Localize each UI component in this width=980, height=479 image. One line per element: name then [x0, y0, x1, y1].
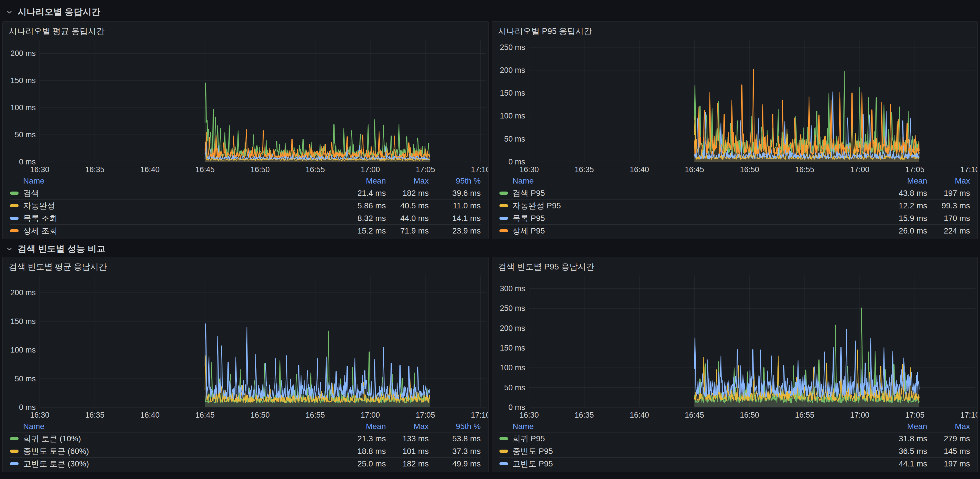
legend-row[interactable]: 검색 21.4 ms 182 ms 39.6 ms — [10, 187, 481, 200]
time-series-chart[interactable]: 0 ms50 ms100 ms150 ms200 ms250 ms16:3016… — [492, 36, 978, 175]
legend-row[interactable]: 검색 P95 43.8 ms 197 ms — [500, 187, 970, 200]
chart-canvas[interactable]: 0 ms50 ms100 ms150 ms200 ms16:3016:3516:… — [3, 36, 488, 175]
section-header-frequency-comparison[interactable]: 검색 빈도별 성능 비교 — [0, 239, 980, 257]
series-color-swatch[interactable] — [10, 229, 19, 232]
legend-col-95th[interactable]: 95th % — [429, 422, 481, 431]
x-axis-label: 17:05 — [905, 411, 924, 419]
series-name[interactable]: 중빈도 P95 — [512, 446, 553, 457]
series-color-swatch[interactable] — [500, 192, 508, 195]
legend-col-name[interactable]: Name — [500, 176, 885, 186]
legend-col-max[interactable]: Max — [386, 176, 429, 186]
series-max-value: 182 ms — [386, 189, 429, 198]
panel-title[interactable]: 시나리오별 평균 응답시간 — [3, 22, 488, 36]
panel-title[interactable]: 시나리오별 P95 응답시간 — [492, 22, 978, 36]
series-max-value: 40.5 ms — [386, 201, 429, 210]
x-axis-label: 16:45 — [196, 165, 215, 174]
series-color-swatch[interactable] — [500, 450, 508, 453]
series-color-swatch[interactable] — [500, 204, 508, 207]
time-series-chart[interactable]: 0 ms50 ms100 ms150 ms200 ms16:3016:3516:… — [3, 272, 488, 420]
x-axis-label: 16:35 — [574, 411, 594, 419]
y-axis-label: 150 ms — [500, 344, 525, 352]
series-95th-value: 39.6 ms — [429, 189, 481, 198]
series-color-swatch[interactable] — [500, 462, 508, 465]
series-mean-value: 43.8 ms — [884, 189, 927, 198]
legend-row[interactable]: 고빈도 P95 44.1 ms 197 ms — [500, 458, 970, 470]
legend-row[interactable]: 중빈도 토큰 (60%) 18.8 ms 101 ms 37.3 ms — [10, 445, 481, 458]
panel-title[interactable]: 검색 빈도별 P95 응답시간 — [492, 257, 978, 272]
legend-row[interactable]: 고빈도 토큰 (30%) 25.0 ms 182 ms 49.9 ms — [10, 458, 481, 470]
series-max-value: 182 ms — [386, 459, 429, 468]
x-axis-label: 16:55 — [795, 411, 814, 419]
x-axis-label: 17:00 — [361, 165, 380, 174]
legend-col-max[interactable]: Max — [386, 422, 429, 431]
section-header-scenario-response-time[interactable]: 시나리오별 응답시간 — [0, 0, 980, 21]
x-axis-label: 17:10 — [960, 165, 977, 174]
series-name[interactable]: 고빈도 P95 — [512, 458, 553, 469]
series-color-swatch[interactable] — [500, 437, 508, 440]
series-color-swatch[interactable] — [10, 450, 19, 453]
series-color-swatch[interactable] — [10, 204, 19, 207]
series-color-swatch[interactable] — [500, 229, 508, 232]
series-name[interactable]: 고빈도 토큰 (30%) — [23, 458, 89, 469]
series-max-value: 101 ms — [386, 447, 429, 456]
legend-col-mean[interactable]: Mean — [343, 422, 386, 431]
time-series-chart[interactable]: 0 ms50 ms100 ms150 ms200 ms16:3016:3516:… — [3, 36, 488, 175]
legend-row[interactable]: 목록 P95 15.9 ms 170 ms — [500, 212, 970, 225]
series-name[interactable]: 목록 조회 — [23, 213, 57, 224]
series-mean-value: 31.8 ms — [884, 434, 927, 443]
legend-col-mean[interactable]: Mean — [884, 422, 927, 431]
series-color-swatch[interactable] — [10, 437, 19, 440]
x-axis-label: 16:40 — [629, 411, 649, 419]
panels-row-1: 시나리오별 평균 응답시간 0 ms50 ms100 ms150 ms200 m… — [2, 21, 978, 239]
series-name[interactable]: 희귀 토큰 (10%) — [23, 433, 81, 444]
legend-row[interactable]: 상세 조회 15.2 ms 71.9 ms 23.9 ms — [10, 225, 481, 237]
legend-header: Name Mean Max 95th % — [10, 420, 481, 433]
legend-row[interactable]: 상세 P95 26.0 ms 224 ms — [500, 225, 970, 237]
series-max-value: 224 ms — [927, 226, 970, 235]
y-axis-label: 250 ms — [500, 43, 525, 52]
legend-col-name[interactable]: Name — [500, 422, 885, 431]
legend-row[interactable]: 자동완성 5.86 ms 40.5 ms 11.0 ms — [10, 200, 481, 212]
series-color-swatch[interactable] — [500, 217, 508, 220]
x-axis-label: 16:30 — [30, 411, 49, 419]
chart-canvas[interactable]: 0 ms50 ms100 ms150 ms200 ms250 ms16:3016… — [492, 36, 978, 175]
chevron-down-icon — [6, 245, 13, 253]
x-axis-label: 17:05 — [416, 165, 435, 174]
series-name[interactable]: 상세 P95 — [512, 225, 545, 236]
chart-canvas[interactable]: 0 ms50 ms100 ms150 ms200 ms16:3016:3516:… — [3, 272, 488, 420]
legend-col-95th[interactable]: 95th % — [429, 176, 481, 186]
time-series-chart[interactable]: 0 ms50 ms100 ms150 ms200 ms250 ms300 ms1… — [492, 272, 978, 420]
panel-title[interactable]: 검색 빈도별 평균 응답시간 — [3, 257, 488, 272]
legend-col-max[interactable]: Max — [927, 422, 970, 431]
legend-col-name[interactable]: Name — [10, 176, 343, 186]
series-name[interactable]: 자동완성 — [23, 200, 55, 211]
series-name[interactable]: 희귀 P95 — [512, 433, 545, 444]
x-axis-label: 17:00 — [850, 165, 869, 174]
legend-row[interactable]: 희귀 토큰 (10%) 21.3 ms 133 ms 53.8 ms — [10, 433, 481, 445]
series-mean-value: 8.32 ms — [343, 214, 386, 223]
series-name[interactable]: 중빈도 토큰 (60%) — [23, 446, 89, 457]
x-axis-label: 16:45 — [684, 411, 704, 419]
legend-col-mean[interactable]: Mean — [343, 176, 386, 186]
legend-row[interactable]: 희귀 P95 31.8 ms 279 ms — [500, 433, 970, 445]
series-name[interactable]: 검색 — [23, 188, 39, 199]
series-color-swatch[interactable] — [10, 217, 19, 220]
x-axis-label: 16:35 — [574, 165, 594, 174]
series-name[interactable]: 상세 조회 — [23, 225, 57, 236]
series-name[interactable]: 검색 P95 — [512, 188, 545, 199]
y-axis-label: 50 ms — [14, 130, 36, 139]
chart-canvas[interactable]: 0 ms50 ms100 ms150 ms200 ms250 ms300 ms1… — [492, 272, 978, 420]
legend-col-name[interactable]: Name — [10, 422, 343, 431]
y-axis-label: 300 ms — [500, 284, 525, 293]
series-color-swatch[interactable] — [10, 192, 19, 195]
legend-col-mean[interactable]: Mean — [884, 176, 927, 186]
legend-header: Name Mean Max — [500, 420, 970, 433]
series-color-swatch[interactable] — [10, 462, 19, 465]
legend-row[interactable]: 자동완성 P95 12.2 ms 99.3 ms — [500, 200, 970, 212]
legend-row[interactable]: 목록 조회 8.32 ms 44.0 ms 14.1 ms — [10, 212, 481, 225]
series-name[interactable]: 목록 P95 — [512, 213, 545, 224]
legend-col-max[interactable]: Max — [927, 176, 970, 186]
y-axis-label: 150 ms — [10, 317, 36, 326]
series-name[interactable]: 자동완성 P95 — [512, 200, 561, 211]
legend-row[interactable]: 중빈도 P95 36.5 ms 145 ms — [500, 445, 970, 458]
